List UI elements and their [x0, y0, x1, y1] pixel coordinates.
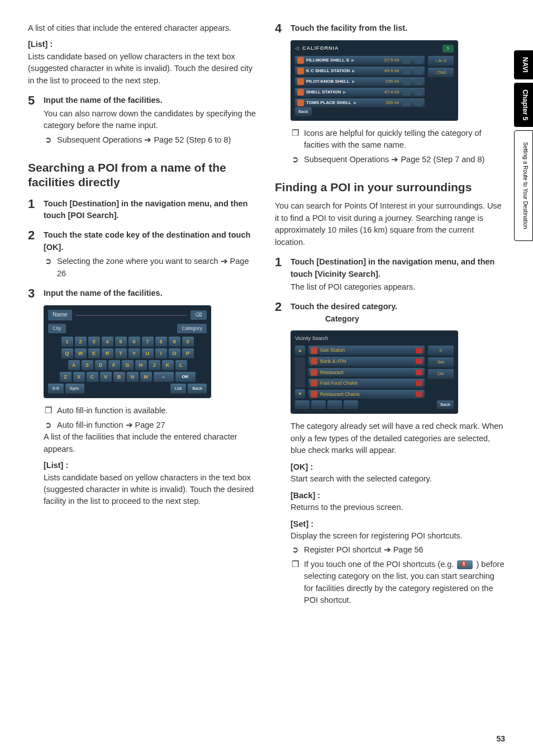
kb-key-i[interactable]: I [155, 348, 167, 358]
results-back-button[interactable]: Back [295, 107, 312, 116]
result-item[interactable]: PILOT-KNOB SHELL▶235 mi [295, 77, 425, 86]
scroll-down-button[interactable]: ▼ [295, 389, 305, 399]
kb-key-d[interactable]: D [95, 360, 107, 370]
kb-key-e[interactable]: E [88, 348, 100, 358]
shortcut-tip-text: If you touch one of the POI shortcuts (e… [304, 559, 505, 607]
kb-key-2[interactable]: 2 [75, 337, 87, 347]
result-name: FILLMORE SHELL S [306, 57, 349, 64]
chevron-right-icon: ▶ [343, 89, 346, 95]
kb-key-k[interactable]: K [162, 360, 174, 370]
kb-key-l[interactable]: L [175, 360, 187, 370]
info-icon[interactable] [403, 57, 411, 64]
kb-key-g[interactable]: G [122, 360, 134, 370]
kb-key-1[interactable]: 1 [61, 337, 73, 347]
kb-key-t[interactable]: T [115, 348, 127, 358]
info-icon[interactable] [403, 68, 411, 74]
kb-category-button[interactable]: Category [177, 324, 207, 333]
kb-key-u[interactable]: U [142, 348, 154, 358]
kb-key-x[interactable]: X [73, 372, 85, 382]
results-screenshot: ◁ CALIFORNIA 5 FILLMORE SHELL S▶27.5 miK… [291, 40, 458, 121]
kb-key-n[interactable]: N [127, 372, 139, 382]
map-icon[interactable] [415, 100, 422, 106]
shortcut-4[interactable] [344, 400, 358, 409]
step-5: 5 Input the name of the facilities. You … [28, 94, 258, 131]
kb-key-0[interactable]: 0 [182, 337, 194, 347]
side-tab-navi: NAVI [514, 50, 533, 79]
category-item[interactable]: Bank & ATM [308, 357, 425, 366]
kb-key-p[interactable]: P [182, 348, 194, 358]
kb-key-–[interactable]: – [154, 372, 174, 382]
kb-bottom-Back[interactable]: Back [188, 384, 207, 394]
back-caret-icon[interactable]: ◁ [295, 45, 299, 52]
sort-button[interactable]: ↓ A~Z [428, 56, 454, 66]
kb-key-9[interactable]: 9 [169, 337, 180, 347]
scroll-up-button[interactable]: ▲ [295, 346, 305, 356]
kb-key-j[interactable]: J [149, 360, 160, 370]
map-icon[interactable] [415, 78, 422, 85]
info-icon[interactable] [403, 89, 411, 96]
kb-key-3[interactable]: 3 [88, 337, 100, 347]
auto-fill-note: ❐ Auto fill-in function is available. [28, 405, 258, 417]
map-icon[interactable] [415, 68, 422, 74]
keyboard-screenshot: Name ⌫ City Category 1234567890QWERTYUIO… [44, 305, 211, 398]
result-item[interactable]: SHELL STATION▶47.4 mi [295, 88, 425, 97]
ref-arrow-icon: ➲ [291, 154, 299, 166]
step-4-note: ❐ Icons are helpful for quickly telling … [275, 127, 505, 152]
category-item[interactable]: Fast Food Chains [308, 379, 425, 388]
result-item[interactable]: K C SHELL STATION▶45.9 mi [295, 67, 425, 75]
kb-key-4[interactable]: 4 [102, 337, 113, 347]
kb-bottom-List[interactable]: List [170, 384, 186, 394]
scrollbar-track[interactable] [295, 357, 305, 387]
kb-key-7[interactable]: 7 [142, 337, 154, 347]
categories-back-button[interactable]: Back [437, 400, 454, 409]
map-icon[interactable] [415, 89, 422, 96]
poi-icon [297, 57, 304, 64]
kb-key-v[interactable]: V [100, 372, 112, 382]
side-button-ok[interactable]: OK [428, 369, 454, 379]
step-4-number: 4 [275, 22, 285, 35]
info-icon[interactable] [403, 78, 411, 85]
shortcut-2[interactable] [311, 400, 326, 409]
kb-bottom-Sym.[interactable]: Sym. [65, 384, 84, 394]
kb-key-6[interactable]: 6 [129, 337, 140, 347]
kb-key-8[interactable]: 8 [155, 337, 167, 347]
kb-key-a[interactable]: A [68, 360, 80, 370]
map-icon[interactable] [415, 57, 422, 64]
kb-key-q[interactable]: Q [61, 348, 73, 358]
side-button-set[interactable]: Set [428, 357, 454, 367]
shortcut-tip: ❐ If you touch one of the POI shortcuts … [275, 559, 505, 607]
kb-key-o[interactable]: O [169, 348, 180, 358]
kb-key-h[interactable]: H [135, 360, 147, 370]
kb-key-5[interactable]: 5 [115, 337, 127, 347]
kb-key-f[interactable]: F [108, 360, 120, 370]
kb-city-button[interactable]: City [48, 324, 66, 333]
sort-button[interactable]: ↓ Dist. [428, 68, 454, 78]
checkmark-icon [416, 348, 422, 353]
kb-key-w[interactable]: W [75, 348, 87, 358]
category-callout: Category [292, 313, 505, 325]
kb-key-s[interactable]: S [82, 360, 93, 370]
step-5-sub: ➲ Subsequent Operations ➔ Page 52 (Step … [28, 134, 258, 146]
kb-name-field[interactable]: Name [48, 310, 72, 320]
info-icon[interactable] [403, 100, 411, 106]
result-item[interactable]: TOMS PLACE SHELL▶189 mi [295, 98, 425, 107]
kb-key-z[interactable]: Z [60, 372, 72, 382]
result-item[interactable]: FILLMORE SHELL S▶27.5 mi [295, 56, 425, 65]
shortcut-3[interactable] [327, 400, 342, 409]
category-item[interactable]: Restaurant [308, 368, 425, 377]
kb-key-ok[interactable]: OK [175, 372, 196, 382]
kb-backspace-key[interactable]: ⌫ [191, 310, 207, 320]
back-desc: Returns to the previous screen. [275, 502, 505, 513]
kb-key-r[interactable]: R [102, 348, 113, 358]
chevron-right-icon: ▶ [354, 100, 356, 106]
category-item[interactable]: Restaurant Chains [308, 390, 425, 399]
shortcut-1[interactable] [295, 400, 310, 409]
kb-key-b[interactable]: B [113, 372, 125, 382]
side-button-0[interactable]: 0 [428, 346, 454, 356]
kb-bottom-0-9[interactable]: 0-9 [48, 384, 64, 394]
kb-key-m[interactable]: M [140, 372, 152, 382]
side-tab-chapter-title: Setting a Route to Your Destination [514, 130, 533, 241]
kb-key-y[interactable]: Y [129, 348, 140, 358]
kb-key-c[interactable]: C [87, 372, 98, 382]
category-item[interactable]: Gas Station [308, 346, 425, 355]
